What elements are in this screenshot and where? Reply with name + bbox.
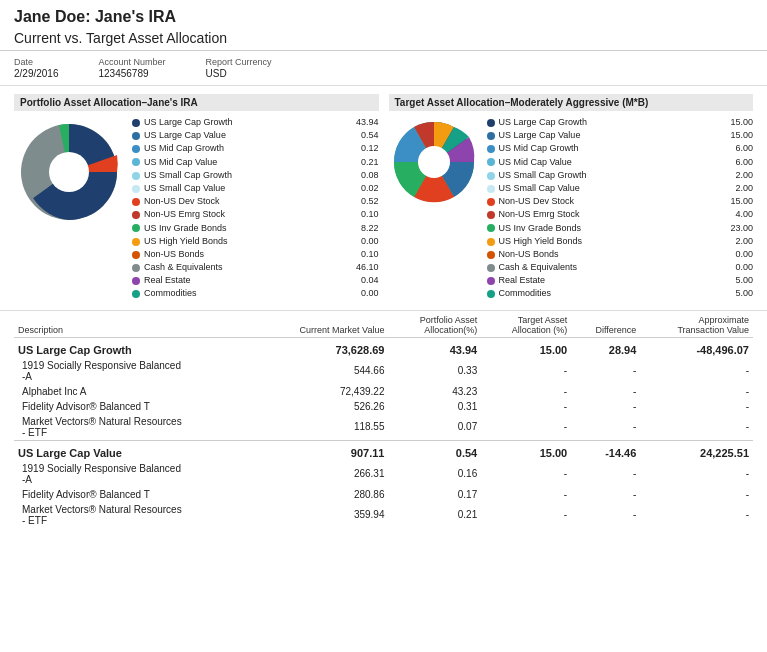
- page-title: Jane Doe: Jane's IRA: [14, 8, 753, 26]
- currency-value: USD: [206, 68, 227, 79]
- group-target-alloc: 15.00: [481, 337, 571, 358]
- legend-label: Real Estate: [499, 275, 724, 287]
- row-transaction-value: -: [640, 414, 753, 441]
- table-row: 1919 Socially Responsive Balanced-A 544.…: [14, 358, 753, 384]
- legend-color-dot: [132, 264, 140, 272]
- row-portfolio-alloc: 0.33: [388, 358, 481, 384]
- legend-label: US Large Cap Value: [144, 130, 349, 142]
- group-transaction-value: -48,496.07: [640, 337, 753, 358]
- legend-value: 2.00: [723, 170, 753, 182]
- legend-value: 0.04: [349, 275, 379, 287]
- legend-label: US Mid Cap Growth: [144, 143, 349, 155]
- legend-label: US High Yield Bonds: [144, 236, 349, 248]
- legend-label: Non-US Emrg Stock: [499, 209, 724, 221]
- row-market-value: 118.55: [257, 414, 388, 441]
- legend-value: 0.10: [349, 249, 379, 261]
- row-difference: -: [571, 461, 640, 487]
- account-meta: Account Number 123456789: [99, 57, 166, 79]
- group-name: US Large Cap Value: [14, 440, 257, 461]
- account-value: 123456789: [99, 68, 149, 79]
- col-difference: Difference: [571, 311, 640, 338]
- right-pie: [389, 117, 479, 209]
- left-chart-panel: Portfolio Asset Allocation–Jane's IRA: [14, 94, 379, 302]
- right-legend-item: Non-US Emrg Stock 4.00: [487, 209, 754, 221]
- legend-color-dot: [132, 185, 140, 193]
- col-target-alloc: Target AssetAllocation (%): [481, 311, 571, 338]
- legend-label: Real Estate: [144, 275, 349, 287]
- legend-label: US Small Cap Growth: [144, 170, 349, 182]
- group-portfolio-alloc: 0.54: [388, 440, 481, 461]
- right-legend-item: Cash & Equivalents 0.00: [487, 262, 754, 274]
- legend-color-dot: [132, 251, 140, 259]
- legend-value: 0.02: [349, 183, 379, 195]
- col-description: Description: [14, 311, 257, 338]
- group-difference: -14.46: [571, 440, 640, 461]
- legend-label: Cash & Equivalents: [144, 262, 349, 274]
- currency-meta: Report Currency USD: [206, 57, 272, 79]
- legend-value: 15.00: [723, 117, 753, 129]
- legend-color-dot: [487, 172, 495, 180]
- legend-value: 0.00: [723, 249, 753, 261]
- row-transaction-value: -: [640, 399, 753, 414]
- legend-color-dot: [132, 211, 140, 219]
- left-legend-item: Non-US Dev Stock 0.52: [132, 196, 379, 208]
- row-difference: -: [571, 384, 640, 399]
- row-difference: -: [571, 358, 640, 384]
- currency-label: Report Currency: [206, 57, 272, 67]
- table-header-row: Description Current Market Value Portfol…: [14, 311, 753, 338]
- right-legend-item: Real Estate 5.00: [487, 275, 754, 287]
- legend-color-dot: [132, 198, 140, 206]
- left-chart-title: Portfolio Asset Allocation–Jane's IRA: [14, 94, 379, 111]
- legend-label: Non-US Bonds: [499, 249, 724, 261]
- legend-value: 23.00: [723, 223, 753, 235]
- legend-value: 0.54: [349, 130, 379, 142]
- row-market-value: 359.94: [257, 502, 388, 528]
- legend-value: 6.00: [723, 143, 753, 155]
- right-legend-item: US Small Cap Value 2.00: [487, 183, 754, 195]
- legend-value: 0.00: [349, 288, 379, 300]
- row-portfolio-alloc: 0.16: [388, 461, 481, 487]
- left-legend-item: Non-US Emrg Stock 0.10: [132, 209, 379, 221]
- legend-label: Commodities: [499, 288, 724, 300]
- row-market-value: 526.26: [257, 399, 388, 414]
- legend-label: US Large Cap Growth: [499, 117, 724, 129]
- row-target-alloc: -: [481, 487, 571, 502]
- group-market-value: 73,628.69: [257, 337, 388, 358]
- right-chart-legend: US Large Cap Growth 15.00 US Large Cap V…: [487, 117, 754, 302]
- legend-label: US Large Cap Growth: [144, 117, 349, 129]
- table-row: Market Vectors® Natural Resources- ETF 3…: [14, 502, 753, 528]
- row-market-value: 72,439.22: [257, 384, 388, 399]
- col-market-value: Current Market Value: [257, 311, 388, 338]
- left-legend-item: US Large Cap Growth 43.94: [132, 117, 379, 129]
- group-header-row: US Large Cap Growth 73,628.69 43.94 15.0…: [14, 337, 753, 358]
- legend-value: 2.00: [723, 183, 753, 195]
- row-target-alloc: -: [481, 358, 571, 384]
- legend-value: 0.00: [349, 236, 379, 248]
- page-subtitle: Current vs. Target Asset Allocation: [14, 30, 753, 46]
- date-meta: Date 2/29/2016: [14, 57, 59, 79]
- legend-color-dot: [132, 172, 140, 180]
- right-legend-item: US Small Cap Growth 2.00: [487, 170, 754, 182]
- legend-label: Non-US Dev Stock: [499, 196, 724, 208]
- right-legend-item: Commodities 5.00: [487, 288, 754, 300]
- legend-value: 5.00: [723, 275, 753, 287]
- legend-color-dot: [487, 119, 495, 127]
- row-portfolio-alloc: 0.07: [388, 414, 481, 441]
- legend-color-dot: [487, 251, 495, 259]
- row-portfolio-alloc: 43.23: [388, 384, 481, 399]
- left-legend-item: Cash & Equivalents 46.10: [132, 262, 379, 274]
- legend-color-dot: [132, 238, 140, 246]
- left-legend-item: US Inv Grade Bonds 8.22: [132, 223, 379, 235]
- row-transaction-value: -: [640, 487, 753, 502]
- row-description: 1919 Socially Responsive Balanced-A: [14, 461, 257, 487]
- legend-color-dot: [132, 224, 140, 232]
- legend-label: Non-US Emrg Stock: [144, 209, 349, 221]
- right-chart-panel: Target Asset Allocation–Moderately Aggre…: [389, 94, 754, 302]
- right-legend-item: Non-US Bonds 0.00: [487, 249, 754, 261]
- date-value: 2/29/2016: [14, 68, 59, 79]
- report-meta: Date 2/29/2016 Account Number 123456789 …: [0, 51, 767, 86]
- row-transaction-value: -: [640, 358, 753, 384]
- left-legend-item: US Large Cap Value 0.54: [132, 130, 379, 142]
- right-legend-item: US Large Cap Value 15.00: [487, 130, 754, 142]
- row-market-value: 280.86: [257, 487, 388, 502]
